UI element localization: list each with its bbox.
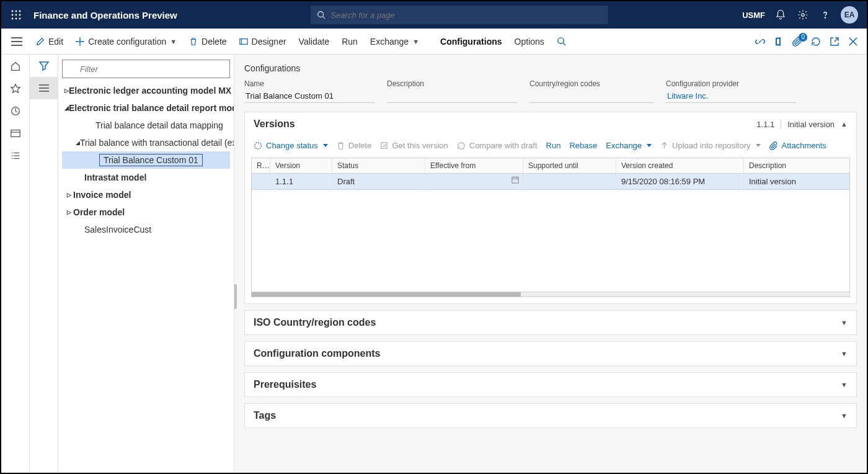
bell-icon[interactable] <box>774 8 787 22</box>
clock-icon[interactable] <box>10 105 21 117</box>
svg-point-6 <box>12 18 14 20</box>
link-icon[interactable] <box>755 37 765 47</box>
col-header-description[interactable]: Description <box>744 158 849 173</box>
field-label: Name <box>244 79 374 88</box>
validate-button[interactable]: Validate <box>293 34 336 49</box>
app-launcher-icon[interactable] <box>7 6 25 24</box>
global-search[interactable] <box>311 6 608 24</box>
star-icon[interactable] <box>10 83 21 94</box>
paperclip-icon <box>769 141 778 150</box>
cell-effective[interactable] <box>425 174 523 189</box>
chevron-down-icon: ▼ <box>412 38 419 45</box>
user-avatar[interactable]: EA <box>841 6 858 24</box>
col-header-supported[interactable]: Supported until <box>523 158 616 173</box>
tree-item[interactable]: ▷Invoice model <box>62 186 230 203</box>
versions-header[interactable]: Versions 1.1.1 Initial version ▲ <box>245 112 856 136</box>
horizontal-scrollbar[interactable] <box>252 292 849 297</box>
get-version-button[interactable]: Get this version <box>380 141 448 150</box>
col-header-version[interactable]: Version <box>270 158 332 173</box>
change-status-button[interactable]: Change status <box>254 141 328 150</box>
tree-item[interactable]: ▷Electronic ledger accounting model MX <box>62 82 230 99</box>
chevron-down-icon: ▼ <box>841 412 848 419</box>
col-header-effective[interactable]: Effective from <box>425 158 523 173</box>
app-title: Finance and Operations Preview <box>33 10 177 20</box>
prereq-header[interactable]: Prerequisites ▼ <box>245 373 856 396</box>
description-input[interactable] <box>387 89 517 103</box>
view-rail <box>30 55 58 473</box>
run-label: Run <box>342 37 358 47</box>
edit-button[interactable]: Edit <box>30 34 69 49</box>
tree-label: Electronic ledger accounting model MX <box>69 86 231 96</box>
help-icon[interactable] <box>818 8 832 22</box>
svg-point-0 <box>12 11 14 12</box>
tree-item[interactable]: ◢Trial balance with transactional detail… <box>62 134 230 151</box>
global-search-input[interactable] <box>330 11 602 20</box>
gear-icon[interactable] <box>796 8 810 22</box>
rebase-button[interactable]: Rebase <box>569 141 597 150</box>
col-header-created[interactable]: Version created <box>616 158 744 173</box>
delete-label: Delete <box>202 37 226 47</box>
tags-header[interactable]: Tags ▼ <box>245 404 856 427</box>
name-input[interactable] <box>244 89 374 103</box>
run-button[interactable]: Run <box>335 34 364 49</box>
tree-item[interactable]: SalesInvoiceCust <box>62 221 230 238</box>
provider-link[interactable]: Litware Inc. <box>666 89 796 103</box>
options-tab[interactable]: Options <box>508 34 551 49</box>
iso-card: ISO Country/region codes ▼ <box>244 310 857 335</box>
list-view-button[interactable] <box>30 77 58 99</box>
tags-title: Tags <box>254 410 276 421</box>
tree-label: Electronic trial balance detail report m… <box>69 103 234 113</box>
delete-version-button[interactable]: Delete <box>337 141 372 150</box>
run-version-label: Run <box>546 141 561 150</box>
field-name: Name <box>244 79 374 103</box>
col-header-status[interactable]: Status <box>332 158 425 173</box>
exchange-version-button[interactable]: Exchange <box>606 141 652 150</box>
calendar-icon[interactable] <box>512 176 519 184</box>
office-icon[interactable] <box>774 37 784 47</box>
grid-row[interactable]: 1.1.1 Draft 9/15/2020 08:16:59 PM <box>252 174 849 190</box>
run-version-button[interactable]: Run <box>546 141 561 150</box>
tree-item[interactable]: ◢Electronic trial balance detail report … <box>62 99 230 117</box>
edit-label: Edit <box>48 37 63 47</box>
components-header[interactable]: Configuration components ▼ <box>245 342 856 365</box>
tree-item[interactable]: ▷Order model <box>62 203 230 221</box>
close-icon[interactable] <box>848 37 858 47</box>
company-selector[interactable]: USMF <box>742 11 765 20</box>
attachments-button[interactable]: Attachments <box>769 141 826 150</box>
nav-toggle-icon[interactable] <box>7 32 26 51</box>
splitter-handle[interactable] <box>234 284 237 309</box>
tree-item[interactable]: Intrastat model <box>62 169 230 186</box>
attachments-icon[interactable]: 0 <box>792 37 802 47</box>
cell-description: Initial version <box>744 174 849 189</box>
topbar: Finance and Operations Preview USMF EA <box>1 1 867 29</box>
tree-label: Invoice model <box>73 190 131 200</box>
prereq-card: Prerequisites ▼ <box>244 372 857 397</box>
tree-filter-input[interactable] <box>62 60 230 78</box>
compare-label: Compare with draft <box>469 141 538 150</box>
col-header-r[interactable]: R... <box>252 158 270 173</box>
tree-item[interactable]: Trial balance detail data mapping <box>62 117 230 134</box>
components-title: Configuration components <box>254 348 380 359</box>
field-country: Country/region codes <box>529 79 653 103</box>
workspace-icon[interactable] <box>10 128 21 139</box>
home-icon[interactable] <box>10 61 21 72</box>
iso-header[interactable]: ISO Country/region codes ▼ <box>245 311 856 334</box>
left-rail <box>1 55 30 473</box>
create-configuration-button[interactable]: Create configuration ▼ <box>69 34 183 49</box>
refresh-icon[interactable] <box>811 37 821 47</box>
upload-button[interactable]: Upload into repository <box>660 141 760 150</box>
compare-button[interactable]: Compare with draft <box>457 141 538 150</box>
find-button[interactable] <box>551 34 572 48</box>
configurations-tab[interactable]: Configurations <box>434 34 508 49</box>
popout-icon[interactable] <box>830 37 839 47</box>
modules-icon[interactable] <box>10 150 21 161</box>
country-input[interactable] <box>529 89 653 103</box>
exchange-button[interactable]: Exchange ▼ <box>364 34 425 49</box>
svg-point-12 <box>825 17 825 18</box>
designer-button[interactable]: Designer <box>233 34 293 49</box>
filter-view-button[interactable] <box>30 55 58 77</box>
tree-item-selected[interactable]: Trial Balance Custom 01 <box>62 151 230 169</box>
svg-rect-18 <box>239 38 247 44</box>
search-icon <box>557 37 566 46</box>
delete-button[interactable]: Delete <box>183 34 232 49</box>
